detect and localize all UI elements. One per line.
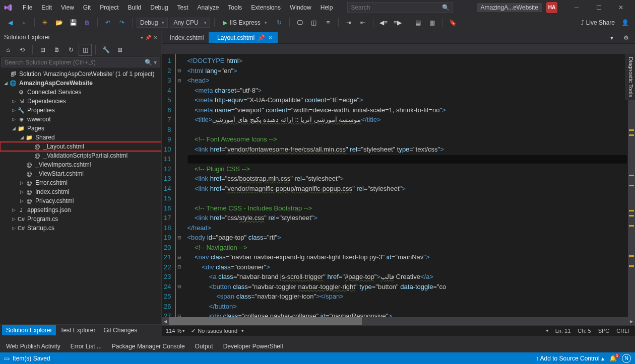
indent-icon[interactable]: ≡▶ — [392, 17, 404, 28]
menu-view[interactable]: View — [56, 2, 79, 13]
tab-dropdown-icon[interactable]: ▾ — [606, 32, 618, 43]
view-icon[interactable]: ⊞ — [114, 44, 126, 55]
panel-search-input[interactable] — [5, 59, 145, 66]
search-box[interactable]: 🔍 — [347, 2, 453, 13]
navigate-back-icon[interactable]: ◀ — [4, 17, 16, 28]
tree-item[interactable]: ◢🌐AmazingAspCoreWebsite — [0, 79, 161, 88]
panel-dropdown-icon[interactable]: ▾ — [141, 35, 143, 40]
refresh-tree-icon[interactable]: ↻ — [65, 44, 77, 55]
output-tab[interactable]: Error List ... — [67, 342, 106, 351]
step-icon[interactable]: ⇥ — [343, 17, 355, 28]
tree-item[interactable]: @_ViewStart.cshtml — [0, 169, 161, 178]
menu-debug[interactable]: Debug — [146, 2, 172, 13]
code-line[interactable]: <meta name="viewport" content="width=dev… — [187, 105, 628, 115]
preview-icon[interactable]: ◫ — [79, 44, 91, 55]
code-line[interactable]: <body id="page-top" class="rtl"> — [187, 233, 628, 243]
redo-icon[interactable]: ↷ — [116, 17, 128, 28]
diagnostic-tools-tab[interactable]: Diagnostic Tools — [625, 54, 635, 100]
panel-search[interactable]: 🔍 ▾ — [1, 57, 160, 67]
menu-extensions[interactable]: Extensions — [246, 2, 285, 13]
code-line[interactable]: <div class="container"> — [187, 262, 628, 272]
menu-edit[interactable]: Edit — [37, 2, 56, 13]
user-badge[interactable]: HA — [546, 2, 557, 13]
code-line[interactable]: <!-- Plugin CSS --> — [187, 164, 628, 174]
tree-item[interactable]: @_Layout.cshtml — [0, 142, 161, 151]
navigate-fwd-icon[interactable]: ▸ — [18, 17, 30, 28]
open-icon[interactable]: 📂 — [53, 17, 65, 28]
tree-item[interactable]: @_ViewImports.cshtml — [0, 160, 161, 169]
platform-combo[interactable]: Any CPU▾ — [170, 18, 210, 28]
menu-file[interactable]: File — [18, 2, 37, 13]
tree-item[interactable]: ▷@Privacy.cshtml — [0, 196, 161, 205]
source-control-button[interactable]: ↑ Add to Source Control ▴ — [536, 355, 604, 362]
comment-icon[interactable]: ▤ — [412, 17, 424, 28]
save-icon[interactable]: 💾 — [67, 17, 79, 28]
search-input[interactable] — [351, 4, 442, 11]
outdent-icon[interactable]: ◀≡ — [377, 17, 390, 28]
menu-git[interactable]: Git — [79, 2, 95, 13]
new-project-icon[interactable]: ✳ — [39, 17, 51, 28]
code-line[interactable]: <!-- Font Awesome Icons --> — [187, 134, 628, 144]
code-content[interactable]: <!DOCTYPE html><html lang="en"><head> <m… — [183, 54, 628, 317]
menu-project[interactable]: Project — [95, 2, 123, 13]
code-line[interactable]: </button> — [187, 302, 628, 312]
tree-item[interactable]: @_ValidationScriptsPartial.cshtml — [0, 151, 161, 160]
tree-item[interactable]: ▷C#Program.cs — [0, 214, 161, 224]
settings-icon[interactable]: ⚙ — [620, 32, 632, 43]
menu-window[interactable]: Window — [285, 2, 316, 13]
code-line[interactable]: <link href="css/style.css" rel="styleshe… — [187, 213, 628, 223]
code-line[interactable]: </head> — [187, 223, 628, 233]
code-line[interactable]: <head> — [187, 76, 628, 86]
tree-item[interactable]: ▷@Error.cshtml — [0, 178, 161, 187]
sync-icon[interactable]: ⟲ — [16, 44, 28, 55]
tree-item[interactable]: 🗐Solution 'AmazingAspCoreWebsite' (1 of … — [0, 69, 161, 79]
home-icon[interactable]: ⌂ — [2, 44, 14, 55]
code-line[interactable]: <nav class="navbar navbar-expand-lg navb… — [187, 252, 628, 262]
tree-item[interactable]: ▷C#Startup.cs — [0, 224, 161, 233]
maximize-icon[interactable]: ☐ — [588, 0, 610, 15]
output-tab[interactable]: Output — [191, 342, 217, 351]
code-line[interactable]: <link href="vendor/fontawesome-free/css/… — [187, 144, 628, 155]
tool-icon-2[interactable]: ≡ — [322, 17, 334, 28]
spaces-indicator[interactable]: SPC — [598, 328, 610, 334]
menu-test[interactable]: Test — [173, 2, 193, 13]
live-share-button[interactable]: ⤴ Live Share — [581, 19, 615, 26]
code-line[interactable]: <meta http-equiv="X-UA-Compatible" conte… — [187, 95, 628, 105]
tree-item[interactable]: ◢📁Shared — [0, 133, 161, 142]
file-tab[interactable]: _Layout.cshtml📌✕ — [209, 32, 278, 43]
code-line[interactable]: <div class="collapse navbar-collapse" id… — [187, 311, 628, 317]
save-all-icon[interactable]: 🗎 — [81, 17, 93, 28]
menu-build[interactable]: Build — [123, 2, 146, 13]
menu-tools[interactable]: Tools — [223, 2, 246, 13]
code-line[interactable]: <html lang="en"> — [187, 66, 628, 76]
run-button[interactable]: ▶IIS Express▾ — [219, 19, 271, 26]
status-user-icon[interactable]: N — [622, 354, 631, 363]
tree-item[interactable]: ◢📁Pages — [0, 124, 161, 133]
tree-item[interactable]: ▷⇲Dependencies — [0, 97, 161, 106]
bottom-tab[interactable]: Solution Explorer — [2, 325, 56, 335]
code-line[interactable] — [187, 125, 628, 135]
code-line[interactable]: <link href="css/bootstrap.min.css" rel="… — [187, 174, 628, 184]
browser-icon[interactable]: 🖵 — [294, 17, 306, 28]
line-ending[interactable]: CRLF — [616, 328, 631, 334]
code-line[interactable]: <meta charset="utf-8"> — [187, 86, 628, 96]
code-line[interactable] — [187, 193, 628, 203]
output-tab[interactable]: Web Publish Activity — [2, 342, 65, 351]
code-editor[interactable]: 1234567891011121314151617181920212223242… — [162, 54, 628, 317]
tree-item[interactable]: ⚙Connected Services — [0, 88, 161, 97]
properties-icon[interactable]: 🔧 — [100, 44, 112, 55]
output-tab[interactable]: Package Manager Console — [108, 342, 189, 351]
config-combo[interactable]: Debug▾ — [137, 18, 168, 28]
zoom-level[interactable]: 114 % — [166, 328, 181, 334]
undo-icon[interactable]: ↶ — [102, 17, 114, 28]
uncomment-icon[interactable]: ▥ — [426, 17, 438, 28]
collapse-icon[interactable]: ⊟ — [37, 44, 49, 55]
code-line[interactable]: <link href="vendor/magnific-popup/magnif… — [187, 184, 628, 194]
code-line[interactable]: <!-- Theme CSS - Includes Bootstrap --> — [187, 203, 628, 213]
bottom-tab[interactable]: Test Explorer — [56, 325, 99, 335]
refresh-icon[interactable]: ↻ — [273, 17, 285, 28]
tool-icon-1[interactable]: ◫ — [308, 17, 320, 28]
tree-item[interactable]: ▷@Index.cshtml — [0, 187, 161, 196]
code-line[interactable]: <span class="navbar-toggler-icon"></span… — [187, 292, 628, 302]
panel-close-icon[interactable]: ✕ — [153, 35, 157, 40]
